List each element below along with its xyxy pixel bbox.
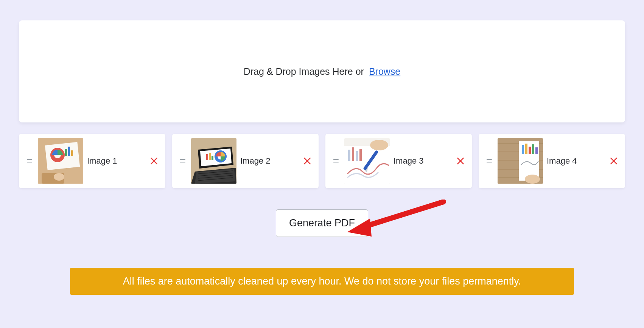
dropzone[interactable]: Drag & Drop Images Here or Browse: [19, 20, 625, 122]
image-label: Image 4: [547, 156, 608, 167]
image-thumbnail: [191, 138, 236, 184]
dropzone-text: Drag & Drop Images Here or Browse: [244, 66, 401, 77]
image-card: =: [479, 134, 625, 188]
browse-link[interactable]: Browse: [369, 66, 400, 77]
svg-rect-3: [65, 149, 67, 156]
svg-rect-33: [522, 145, 524, 154]
remove-image-button[interactable]: [148, 155, 160, 167]
drag-handle-icon[interactable]: =: [177, 155, 187, 167]
image-card: = Image 3: [325, 134, 472, 188]
generate-row: Generate PDF: [19, 209, 625, 237]
svg-rect-19: [348, 150, 350, 161]
svg-rect-35: [529, 147, 531, 154]
remove-image-button[interactable]: [301, 155, 313, 167]
image-card: =: [172, 134, 319, 188]
svg-rect-36: [532, 144, 534, 154]
svg-point-23: [370, 140, 388, 150]
svg-rect-21: [356, 151, 358, 161]
svg-rect-22: [359, 149, 362, 161]
svg-point-38: [525, 175, 540, 184]
image-thumbnail: [498, 138, 543, 184]
svg-point-7: [54, 173, 64, 181]
svg-rect-20: [352, 147, 354, 161]
svg-rect-37: [535, 147, 538, 154]
image-list: = Image 1: [19, 134, 625, 188]
remove-image-button[interactable]: [454, 155, 467, 167]
image-label: Image 2: [240, 156, 301, 167]
image-card: = Image 1: [19, 134, 165, 188]
svg-rect-5: [71, 150, 73, 156]
image-thumbnail: [344, 138, 390, 184]
generate-pdf-button[interactable]: Generate PDF: [276, 209, 368, 237]
svg-rect-34: [525, 144, 527, 154]
svg-rect-9: [206, 154, 208, 160]
svg-rect-10: [209, 153, 211, 160]
cleanup-notice: All files are automatically cleaned up e…: [70, 268, 574, 295]
image-label: Image 3: [394, 156, 454, 167]
image-label: Image 1: [87, 156, 148, 167]
remove-image-button[interactable]: [608, 155, 620, 167]
svg-rect-4: [68, 147, 70, 156]
drag-handle-icon[interactable]: =: [483, 155, 494, 167]
drag-handle-icon[interactable]: =: [330, 155, 341, 167]
svg-rect-11: [212, 156, 213, 160]
drag-handle-icon[interactable]: =: [23, 155, 34, 167]
image-thumbnail: [38, 138, 83, 184]
dropzone-label: Drag & Drop Images Here or: [244, 66, 364, 77]
